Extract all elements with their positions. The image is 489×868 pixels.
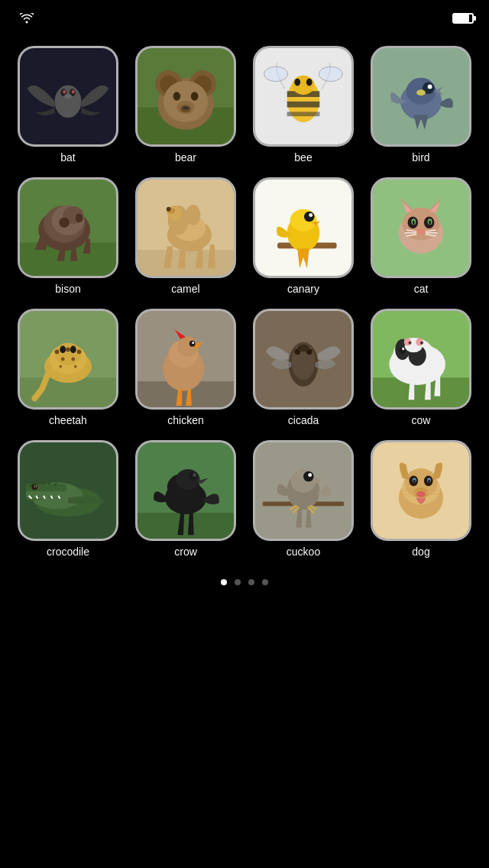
animal-image-bat [18, 46, 118, 147]
animal-item-cicada[interactable]: cicada [244, 304, 362, 432]
svg-point-139 [428, 479, 430, 482]
svg-point-108 [402, 347, 404, 350]
animal-grid: bat bear bee bird [9, 41, 480, 564]
svg-point-105 [409, 342, 412, 345]
animal-image-cuckoo [253, 440, 354, 541]
animal-item-cuckoo[interactable]: cuckoo [244, 436, 362, 564]
animal-label-crocodile: crocodile [47, 546, 89, 558]
animal-item-bat[interactable]: bat [9, 41, 127, 170]
svg-point-68 [416, 228, 426, 235]
svg-point-127 [291, 469, 316, 493]
svg-point-15 [173, 92, 181, 101]
animal-label-camel: camel [171, 283, 199, 295]
svg-point-76 [77, 349, 82, 354]
animal-item-cat[interactable]: cat [362, 173, 480, 301]
svg-rect-23 [287, 102, 320, 108]
animal-image-cheetah [18, 309, 118, 410]
animal-item-bee[interactable]: bee [244, 41, 362, 170]
svg-rect-118 [138, 513, 234, 539]
svg-point-4 [63, 90, 66, 94]
animal-label-canary: canary [287, 283, 319, 295]
animal-item-bird[interactable]: bird [362, 41, 480, 170]
battery-icon [452, 13, 474, 24]
animal-image-bear [135, 46, 236, 147]
svg-point-52 [167, 207, 171, 212]
svg-point-42 [59, 217, 70, 228]
animal-image-cat [371, 177, 471, 278]
svg-point-49 [186, 205, 200, 225]
svg-point-58 [309, 213, 313, 217]
svg-point-81 [60, 346, 66, 354]
svg-point-141 [416, 491, 426, 497]
svg-point-29 [319, 66, 342, 81]
svg-point-19 [183, 107, 189, 110]
svg-point-107 [400, 347, 406, 355]
animal-item-canary[interactable]: canary [244, 173, 362, 301]
svg-point-128 [303, 471, 314, 482]
svg-point-67 [429, 220, 431, 225]
svg-point-57 [304, 212, 315, 222]
svg-point-35 [416, 89, 426, 96]
svg-rect-45 [138, 250, 234, 276]
carrier-info [15, 13, 34, 24]
animal-image-bee [253, 46, 354, 147]
animal-image-cow [371, 309, 471, 410]
animal-item-cheetah[interactable]: cheetah [9, 304, 127, 432]
animal-item-crow[interactable]: crow [127, 436, 244, 564]
animal-image-dog [371, 440, 471, 541]
svg-point-74 [55, 349, 60, 354]
animal-item-cow[interactable]: cow [362, 304, 480, 432]
svg-point-34 [428, 84, 432, 89]
svg-rect-24 [287, 112, 320, 116]
animal-item-bison[interactable]: bison [9, 173, 127, 301]
animal-item-chicken[interactable]: chicken [127, 304, 244, 432]
animal-image-camel [135, 177, 236, 278]
svg-point-116 [34, 485, 36, 487]
svg-point-43 [76, 214, 83, 223]
svg-point-25 [292, 76, 314, 95]
svg-point-80 [74, 365, 77, 368]
animal-item-crocodile[interactable]: crocodile [9, 436, 127, 564]
svg-point-122 [189, 472, 198, 481]
svg-point-27 [306, 79, 313, 86]
animal-image-canary [253, 177, 354, 278]
animal-label-dog: dog [412, 546, 429, 558]
page-dot-3[interactable] [248, 579, 254, 585]
animal-image-bison [18, 177, 118, 278]
animal-label-cow: cow [412, 414, 431, 426]
animal-label-chicken: chicken [167, 414, 203, 426]
svg-point-138 [413, 479, 416, 482]
animal-label-cheetah: cheetah [49, 414, 87, 426]
svg-point-89 [192, 342, 194, 344]
animal-label-bear: bear [175, 151, 196, 164]
svg-point-123 [193, 473, 196, 477]
animal-label-cuckoo: cuckoo [287, 546, 320, 558]
svg-point-73 [55, 343, 82, 365]
animal-image-crow [135, 440, 236, 541]
animal-item-dog[interactable]: dog [362, 436, 480, 564]
svg-point-26 [294, 79, 300, 86]
svg-point-66 [413, 220, 415, 225]
page-dot-2[interactable] [235, 579, 241, 585]
battery-fill [454, 15, 469, 22]
status-bar [0, 0, 489, 34]
svg-point-16 [191, 92, 199, 101]
animal-item-camel[interactable]: camel [127, 173, 244, 301]
svg-point-129 [308, 473, 312, 477]
animal-label-cat: cat [414, 283, 429, 295]
svg-point-28 [264, 66, 288, 81]
svg-point-75 [66, 347, 70, 351]
animal-label-bee: bee [294, 151, 312, 164]
animal-label-bird: bird [412, 151, 429, 164]
animal-label-cicada: cicada [288, 414, 319, 426]
animal-image-cicada [253, 309, 354, 410]
svg-point-95 [297, 345, 309, 352]
svg-point-82 [70, 346, 76, 354]
svg-point-6 [64, 94, 72, 99]
page-dot-4[interactable] [262, 579, 268, 585]
animal-image-bird [371, 46, 471, 147]
animal-label-bat: bat [60, 151, 75, 164]
animal-item-bear[interactable]: bear [127, 41, 244, 170]
page-dot-1[interactable] [221, 579, 227, 585]
animal-grid-container: bat bear bee bird [0, 34, 489, 564]
